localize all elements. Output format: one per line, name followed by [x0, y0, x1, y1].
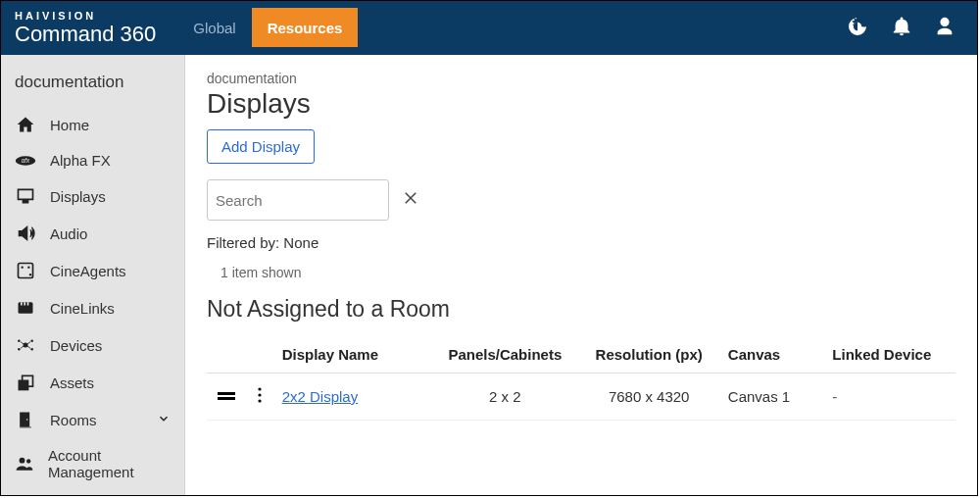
sidebar-item-label: Alpha FX [50, 152, 111, 169]
sidebar-item-devices[interactable]: Devices [1, 326, 184, 364]
svg-rect-17 [19, 380, 29, 391]
sidebar: documentation Home αfx Alpha FX Displays… [1, 55, 185, 495]
svg-rect-24 [218, 397, 235, 400]
svg-rect-18 [20, 413, 29, 427]
audio-icon [15, 224, 36, 243]
clear-search-icon[interactable] [402, 189, 419, 211]
svg-point-21 [20, 458, 25, 464]
sidebar-item-label: CineLinks [50, 300, 115, 317]
sidebar-item-label: Assets [50, 374, 94, 391]
svg-point-11 [24, 343, 28, 348]
top-icons [846, 15, 977, 42]
table-row: 2x2 Display 2 x 2 7680 x 4320 Canvas 1 - [207, 374, 956, 421]
breadcrumb: documentation [207, 71, 956, 86]
brand-top: HAIVISION [15, 11, 156, 23]
notifications-icon[interactable] [891, 16, 912, 41]
nav-global[interactable]: Global [177, 8, 251, 47]
nav-links: Global Resources [177, 1, 358, 55]
svg-rect-9 [24, 302, 25, 305]
sidebar-item-label: Home [50, 117, 89, 133]
main-content: documentation Displays Add Display Filte… [185, 55, 977, 495]
svg-rect-8 [21, 302, 23, 305]
search-input[interactable] [216, 192, 402, 209]
svg-text:αfx: αfx [22, 157, 30, 164]
drag-handle-icon[interactable] [207, 374, 245, 421]
sidebar-item-label: Audio [50, 225, 87, 242]
sidebar-item-alphafx[interactable]: αfx Alpha FX [1, 143, 184, 177]
svg-rect-10 [27, 302, 29, 305]
sidebar-item-label: CineAgents [50, 263, 126, 279]
page-title: Displays [207, 88, 956, 120]
svg-rect-19 [20, 427, 31, 428]
col-resolution: Resolution (px) [578, 336, 720, 374]
sidebar-item-rooms[interactable]: Rooms [1, 401, 184, 438]
search-box[interactable] [207, 179, 389, 221]
theme-toggle-icon[interactable] [846, 15, 869, 42]
account-management-icon [15, 454, 34, 473]
cell-panels: 2 x 2 [432, 374, 577, 421]
sidebar-item-displays[interactable]: Displays [1, 177, 184, 215]
col-canvas: Canvas [720, 336, 825, 374]
sidebar-item-audio[interactable]: Audio [1, 215, 184, 252]
cell-resolution: 7680 x 4320 [578, 374, 720, 421]
nav-resources[interactable]: Resources [252, 8, 359, 47]
svg-rect-23 [218, 392, 235, 395]
displays-icon [15, 186, 36, 206]
section-title: Not Assigned to a Room [207, 296, 956, 323]
svg-point-5 [27, 267, 29, 269]
svg-point-6 [29, 274, 31, 275]
rooms-icon [15, 410, 36, 429]
sidebar-item-label: Displays [50, 188, 106, 205]
cell-linked: - [824, 374, 956, 421]
sidebar-item-account-management[interactable]: Account Management [1, 438, 184, 489]
col-linked-device: Linked Device [824, 336, 956, 374]
svg-point-4 [22, 267, 24, 269]
add-display-button[interactable]: Add Display [207, 129, 315, 164]
sidebar-item-assets[interactable]: Assets [1, 364, 184, 401]
home-icon [15, 115, 36, 134]
chevron-down-icon [157, 412, 171, 428]
sidebar-title: documentation [1, 65, 184, 106]
svg-point-12 [18, 340, 21, 343]
svg-point-14 [18, 348, 21, 351]
svg-point-26 [258, 393, 261, 396]
devices-icon [15, 335, 36, 355]
cineagents-icon [15, 261, 36, 280]
sidebar-item-label: Devices [50, 337, 102, 354]
sidebar-item-home[interactable]: Home [1, 106, 184, 143]
user-icon[interactable] [934, 16, 956, 41]
filtered-by: Filtered by: None [207, 234, 956, 251]
svg-point-20 [26, 419, 28, 421]
cinelinks-icon [15, 298, 36, 318]
brand-bottom: Command 360 [15, 23, 156, 45]
sidebar-item-cinelinks[interactable]: CineLinks [1, 289, 184, 326]
sidebar-item-cineagents[interactable]: CineAgents [1, 252, 184, 289]
display-name-link[interactable]: 2x2 Display [282, 388, 359, 405]
row-menu-icon[interactable] [245, 374, 273, 421]
svg-point-25 [258, 387, 261, 390]
alphafx-icon: αfx [15, 154, 36, 168]
top-bar: HAIVISION Command 360 Global Resources [1, 1, 977, 55]
brand: HAIVISION Command 360 [1, 5, 170, 51]
cell-canvas: Canvas 1 [720, 374, 825, 421]
col-display-name: Display Name [274, 336, 432, 374]
displays-table: Display Name Panels/Cabinets Resolution … [207, 336, 956, 421]
item-count: 1 item shown [220, 265, 956, 280]
col-panels: Panels/Cabinets [432, 336, 577, 374]
svg-point-27 [258, 399, 261, 402]
sidebar-item-label: Rooms [50, 412, 97, 428]
sidebar-item-label: Account Management [48, 447, 171, 480]
svg-point-15 [30, 348, 32, 351]
svg-point-22 [26, 459, 30, 463]
svg-point-13 [30, 340, 32, 343]
assets-icon [15, 373, 36, 392]
